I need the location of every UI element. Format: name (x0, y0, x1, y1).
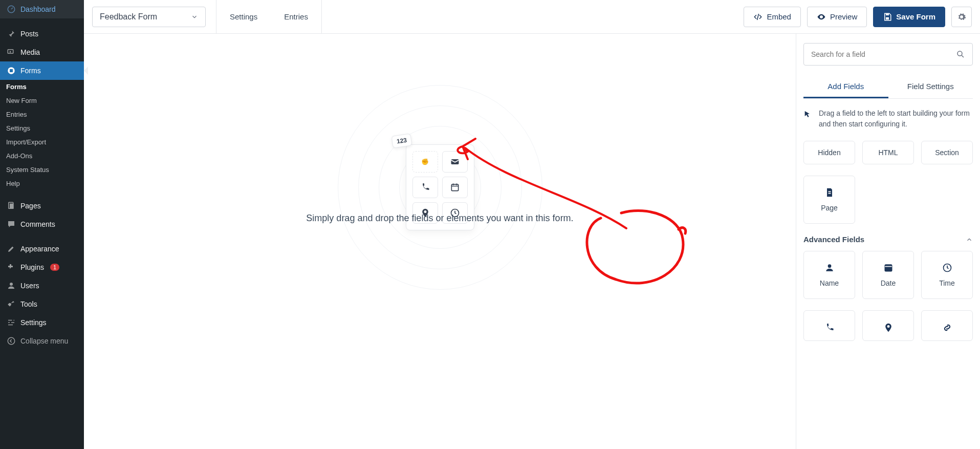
sidebar-sub-addons[interactable]: Add-Ons (0, 149, 84, 163)
phone-icon (412, 177, 438, 198)
sidebar-item-media[interactable]: Media (0, 43, 84, 61)
cursor-icon (803, 109, 812, 119)
svg-point-15 (827, 264, 831, 268)
save-icon (883, 12, 892, 22)
sidebar-sub-importexport[interactable]: Import/Export (0, 135, 84, 149)
sidebar-label: Appearance (20, 245, 59, 253)
sidebar-item-pages[interactable]: Pages (0, 197, 84, 215)
tab-field-settings[interactable]: Field Settings (888, 76, 973, 98)
sliders-icon (6, 317, 16, 328)
sidebar-label: Plugins (20, 263, 44, 271)
svg-rect-16 (885, 265, 891, 271)
sidebar-item-tools[interactable]: Tools (0, 295, 84, 313)
sidebar-label: Users (20, 282, 39, 290)
pin-icon (6, 29, 16, 39)
search-input[interactable] (811, 50, 956, 58)
sidebar-item-comments[interactable]: Comments (0, 215, 84, 233)
field-date[interactable]: Date (862, 251, 914, 299)
media-icon (6, 47, 16, 57)
field-label: Page (821, 204, 838, 212)
sidebar-label: Posts (20, 30, 38, 38)
svg-point-14 (957, 51, 962, 56)
sidebar-sub-newform[interactable]: New Form (0, 94, 84, 108)
sidebar-item-appearance[interactable]: Appearance (0, 240, 84, 258)
phone-icon (824, 323, 835, 333)
sidebar-item-plugins[interactable]: Plugins 1 (0, 258, 84, 276)
advanced-row-2 (803, 310, 973, 341)
field-website[interactable] (921, 310, 973, 341)
svg-point-8 (820, 16, 822, 17)
divider (321, 0, 322, 34)
eye-icon (817, 12, 826, 22)
sidebar-label: Settings (20, 318, 47, 327)
fields-panel: Add Fields Field Settings Drag a field t… (796, 34, 980, 449)
field-name[interactable]: Name (803, 251, 855, 299)
sidebar-item-posts[interactable]: Posts (0, 25, 84, 43)
sidebar-label: Comments (20, 220, 55, 228)
page-icon (824, 187, 835, 198)
svg-rect-9 (886, 13, 889, 15)
panel-hint: Drag a field to the left to start buildi… (803, 108, 973, 130)
plugins-icon (6, 262, 16, 272)
form-selector-label: Feedback Form (100, 12, 157, 22)
sidebar-item-users[interactable]: Users (0, 276, 84, 295)
calendar-icon (883, 263, 894, 273)
field-row-short: Hidden HTML Section (803, 141, 973, 164)
sidebar-sub-systemstatus[interactable]: System Status (0, 163, 84, 177)
sidebar-item-forms[interactable]: Forms (0, 61, 84, 80)
brush-icon (6, 244, 16, 254)
preview-button[interactable]: Preview (807, 7, 867, 27)
calendar-icon (442, 177, 468, 198)
content-row: 123 ✊ Simply drag and drop the fields or… (84, 34, 980, 449)
embed-button[interactable]: Embed (744, 7, 801, 27)
dashboard-icon (6, 4, 16, 14)
chevron-up-icon (966, 236, 973, 243)
tab-settings[interactable]: Settings (216, 0, 271, 34)
sidebar-collapse[interactable]: Collapse menu (0, 332, 84, 350)
sidebar-sub-help[interactable]: Help (0, 177, 84, 190)
section-title: Advanced Fields (803, 235, 864, 244)
save-form-button[interactable]: Save Form (873, 7, 945, 27)
sidebar-label: Media (20, 48, 40, 56)
gear-button[interactable] (951, 7, 972, 27)
sidebar-sub-entries[interactable]: Entries (0, 108, 84, 121)
sidebar-item-settings[interactable]: Settings (0, 313, 84, 332)
topbar: Feedback Form Settings Entries Embed Pre… (84, 0, 980, 34)
chevron-down-icon (191, 13, 198, 20)
gear-icon (957, 12, 966, 22)
sidebar-sub-forms[interactable]: Forms (0, 80, 84, 94)
field-label: Date (881, 279, 896, 287)
field-phone[interactable] (803, 310, 855, 341)
field-row-page: Page (803, 176, 973, 224)
sidebar-label: Collapse menu (20, 337, 68, 345)
sidebar-item-dashboard[interactable]: Dashboard (0, 0, 84, 18)
preview-label: Preview (830, 12, 857, 21)
field-page[interactable]: Page (803, 176, 855, 224)
admin-sidebar: Dashboard Posts Media Forms Forms New Fo… (0, 0, 84, 449)
field-address[interactable] (862, 310, 914, 341)
field-section[interactable]: Section (921, 141, 973, 164)
tab-add-fields[interactable]: Add Fields (803, 76, 888, 98)
sidebar-sub-settings[interactable]: Settings (0, 121, 84, 135)
drag-chip: 123 (391, 133, 412, 148)
form-canvas[interactable]: 123 ✊ Simply drag and drop the fields or… (84, 34, 796, 449)
hint-text: Drag a field to the left to start buildi… (819, 108, 973, 130)
tab-entries[interactable]: Entries (271, 0, 321, 34)
svg-rect-5 (10, 204, 14, 209)
link-icon (942, 323, 952, 333)
grab-icon: ✊ (412, 151, 438, 173)
clock-icon (942, 263, 952, 273)
panel-tabs: Add Fields Field Settings (803, 76, 973, 99)
advanced-fields-header[interactable]: Advanced Fields (803, 235, 973, 244)
form-selector-dropdown[interactable]: Feedback Form (92, 7, 206, 27)
field-label: Name (820, 279, 839, 287)
field-search[interactable] (803, 43, 973, 66)
field-html[interactable]: HTML (862, 141, 914, 164)
field-time[interactable]: Time (921, 251, 973, 299)
mail-icon (442, 151, 468, 173)
svg-point-6 (10, 283, 13, 286)
search-icon (956, 50, 965, 59)
field-hidden[interactable]: Hidden (803, 141, 855, 164)
location-icon (883, 323, 894, 333)
sidebar-label: Forms (20, 67, 41, 75)
